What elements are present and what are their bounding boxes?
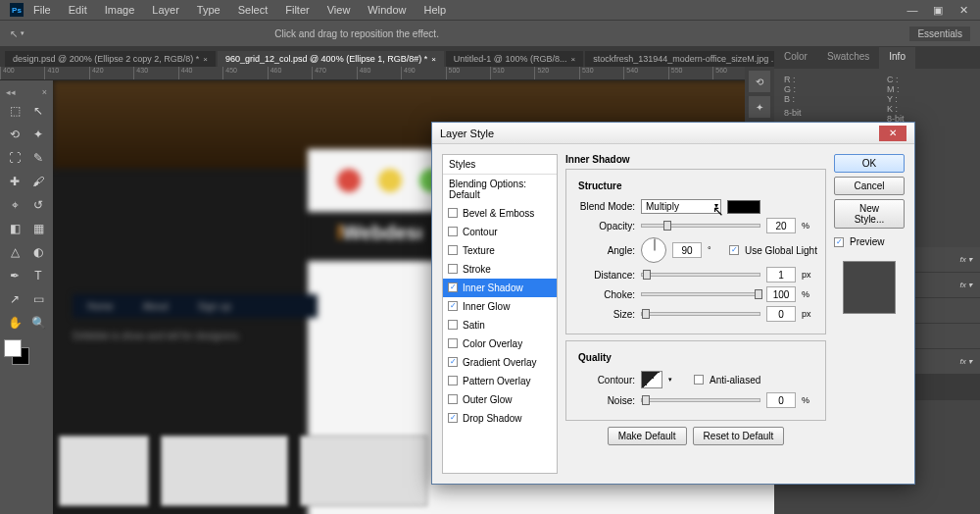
fx-icon[interactable]: fx ▾ bbox=[960, 255, 972, 264]
hand-tool-icon[interactable]: ✋ bbox=[4, 312, 25, 334]
close-icon[interactable]: × bbox=[42, 87, 47, 97]
eyedropper-tool-icon[interactable]: ✎ bbox=[27, 147, 49, 169]
opacity-field[interactable] bbox=[766, 218, 796, 233]
tab-grid[interactable]: 960_grid_12_col.psd @ 400% (Ellipse 1, R… bbox=[218, 51, 444, 67]
menu-edit[interactable]: Edit bbox=[69, 4, 87, 16]
style-checkbox[interactable] bbox=[448, 394, 458, 404]
blur-tool-icon[interactable]: △ bbox=[4, 241, 25, 263]
style-item-gradient-overlay[interactable]: ✓Gradient Overlay bbox=[443, 353, 557, 372]
collapse-icon[interactable]: ◂◂ bbox=[6, 87, 16, 97]
style-item-stroke[interactable]: Stroke bbox=[443, 260, 557, 279]
cancel-button[interactable]: Cancel bbox=[834, 177, 905, 195]
panel-tab-info[interactable]: Info bbox=[879, 47, 915, 69]
close-icon[interactable]: × bbox=[203, 55, 208, 64]
close-icon[interactable]: × bbox=[431, 55, 436, 64]
opacity-slider[interactable] bbox=[641, 224, 760, 228]
tab-design[interactable]: design.psd @ 200% (Ellipse 2 copy 2, RGB… bbox=[5, 51, 216, 67]
style-item-pattern-overlay[interactable]: Pattern Overlay bbox=[443, 372, 557, 390]
close-icon[interactable]: × bbox=[571, 55, 576, 64]
maximize-icon[interactable]: ▣ bbox=[931, 3, 945, 17]
choke-slider[interactable] bbox=[641, 292, 760, 296]
wand-tool-icon[interactable]: ✦ bbox=[27, 124, 49, 145]
workspace-selector[interactable]: Essentials bbox=[909, 26, 970, 41]
make-default-button[interactable]: Make Default bbox=[608, 427, 687, 445]
crop-tool-icon[interactable]: ⛶ bbox=[4, 147, 25, 169]
zoom-tool-icon[interactable]: 🔍 bbox=[27, 312, 49, 334]
style-checkbox[interactable] bbox=[448, 320, 458, 330]
anti-aliased-checkbox[interactable] bbox=[694, 375, 704, 385]
preview-checkbox[interactable]: ✓ bbox=[834, 237, 844, 247]
dialog-close-button[interactable]: ✕ bbox=[879, 126, 906, 141]
style-checkbox[interactable] bbox=[448, 376, 458, 386]
menu-window[interactable]: Window bbox=[368, 4, 406, 16]
style-checkbox[interactable]: ✓ bbox=[448, 301, 458, 311]
ok-button[interactable]: OK bbox=[834, 154, 905, 173]
pen-tool-icon[interactable]: ✒ bbox=[4, 265, 25, 286]
style-checkbox[interactable] bbox=[448, 245, 458, 255]
menu-filter[interactable]: Filter bbox=[285, 4, 309, 16]
stamp-tool-icon[interactable]: ⌖ bbox=[4, 194, 25, 216]
marquee-tool-icon[interactable]: ⬚ bbox=[4, 100, 25, 122]
type-tool-icon[interactable]: T bbox=[27, 265, 49, 286]
style-item-inner-glow[interactable]: ✓Inner Glow bbox=[443, 297, 557, 316]
move-tool-icon[interactable]: ↖ bbox=[27, 100, 49, 122]
new-style-button[interactable]: New Style... bbox=[834, 199, 905, 229]
style-checkbox[interactable] bbox=[448, 208, 458, 218]
style-checkbox[interactable]: ✓ bbox=[448, 283, 458, 292]
size-field[interactable] bbox=[766, 306, 796, 322]
style-checkbox[interactable] bbox=[448, 227, 458, 236]
style-item-contour[interactable]: Contour bbox=[443, 223, 557, 241]
distance-field[interactable] bbox=[766, 267, 796, 283]
style-checkbox[interactable]: ✓ bbox=[448, 357, 458, 367]
history-brush-icon[interactable]: ↺ bbox=[27, 194, 49, 216]
menu-layer[interactable]: Layer bbox=[152, 4, 179, 16]
style-item-drop-shadow[interactable]: ✓Drop Shadow bbox=[443, 409, 557, 428]
panel-tab-color[interactable]: Color bbox=[774, 47, 817, 69]
reset-default-button[interactable]: Reset to Default bbox=[693, 427, 785, 445]
global-light-checkbox[interactable]: ✓ bbox=[729, 245, 739, 255]
path-tool-icon[interactable]: ↗ bbox=[4, 288, 25, 310]
tab-untitled[interactable]: Untitled-1 @ 100% (RGB/8...× bbox=[446, 51, 583, 67]
blend-mode-select[interactable]: Multiply bbox=[641, 199, 721, 214]
heal-tool-icon[interactable]: ✚ bbox=[4, 171, 25, 192]
color-swatches[interactable] bbox=[4, 339, 49, 369]
style-item-color-overlay[interactable]: Color Overlay bbox=[443, 334, 557, 353]
angle-dial[interactable] bbox=[641, 237, 666, 263]
style-item-inner-shadow[interactable]: ✓Inner Shadow bbox=[443, 279, 557, 297]
brush-tool-icon[interactable]: 🖌 bbox=[27, 171, 49, 192]
minimize-icon[interactable]: — bbox=[906, 3, 919, 17]
shadow-color-swatch[interactable] bbox=[727, 200, 760, 214]
style-item-outer-glow[interactable]: Outer Glow bbox=[443, 390, 557, 409]
menu-help[interactable]: Help bbox=[423, 4, 446, 16]
menu-select[interactable]: Select bbox=[238, 4, 269, 16]
move-tool-icon[interactable]: ↖▾ bbox=[10, 28, 39, 39]
history-panel-icon[interactable]: ⟲ bbox=[749, 71, 770, 92]
choke-field[interactable] bbox=[766, 286, 796, 302]
brushes-panel-icon[interactable]: ✦ bbox=[749, 96, 770, 118]
menu-file[interactable]: File bbox=[33, 4, 51, 16]
style-item-blending-options-default[interactable]: Blending Options: Default bbox=[443, 175, 557, 204]
style-checkbox[interactable] bbox=[448, 264, 458, 274]
distance-slider[interactable] bbox=[641, 273, 760, 277]
noise-field[interactable] bbox=[766, 392, 796, 408]
foreground-color-swatch[interactable] bbox=[4, 339, 22, 357]
menu-type[interactable]: Type bbox=[197, 4, 220, 16]
tab-stockfresh[interactable]: stockfresh_131944_modern-office_sizeM.jp… bbox=[585, 51, 795, 67]
close-icon[interactable]: ✕ bbox=[956, 3, 970, 17]
size-slider[interactable] bbox=[641, 312, 760, 316]
fx-icon[interactable]: fx ▾ bbox=[960, 281, 972, 289]
dodge-tool-icon[interactable]: ◐ bbox=[27, 241, 49, 263]
gradient-tool-icon[interactable]: ▦ bbox=[27, 218, 49, 239]
shape-tool-icon[interactable]: ▭ bbox=[27, 288, 49, 310]
panel-tab-swatches[interactable]: Swatches bbox=[817, 47, 879, 69]
eraser-tool-icon[interactable]: ◧ bbox=[4, 218, 25, 239]
lasso-tool-icon[interactable]: ⟲ bbox=[4, 124, 25, 145]
dialog-titlebar[interactable]: Layer Style ✕ bbox=[432, 123, 914, 144]
fx-icon[interactable]: fx ▾ bbox=[960, 357, 972, 366]
noise-slider[interactable] bbox=[641, 398, 760, 402]
style-checkbox[interactable] bbox=[448, 338, 458, 348]
angle-field[interactable] bbox=[672, 242, 702, 258]
menu-image[interactable]: Image bbox=[105, 4, 135, 16]
style-checkbox[interactable]: ✓ bbox=[448, 413, 458, 423]
menu-view[interactable]: View bbox=[327, 4, 351, 16]
